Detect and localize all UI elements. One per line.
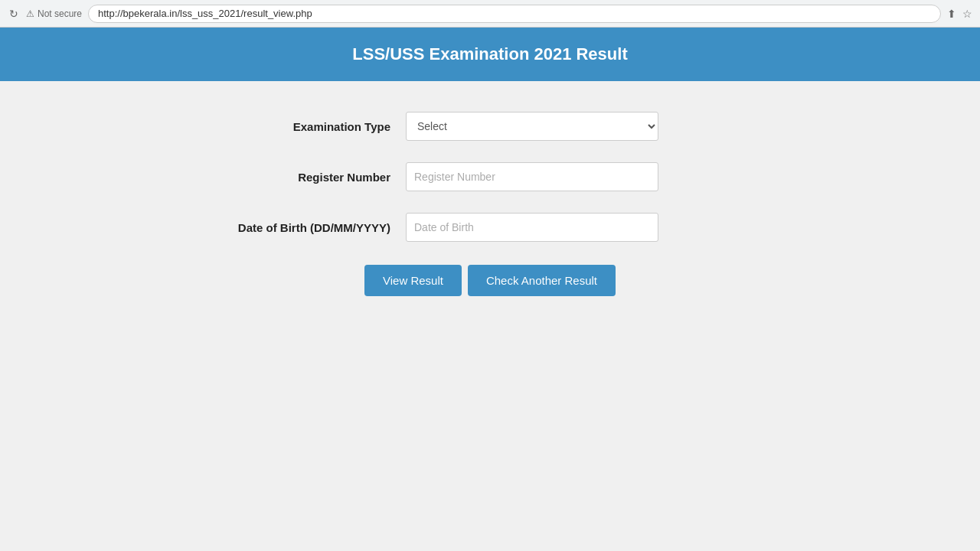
main-area: Examination Type Select LSS USS Register…: [0, 81, 980, 551]
view-result-button[interactable]: View Result: [364, 265, 462, 296]
dob-label: Date of Birth (DD/MM/YYYY): [191, 221, 406, 234]
not-secure-label: Not secure: [38, 8, 82, 19]
dob-input[interactable]: [406, 213, 658, 242]
bookmark-icon[interactable]: ☆: [962, 8, 972, 20]
browser-actions: ⬆ ☆: [947, 8, 972, 20]
reload-icon[interactable]: ↻: [8, 8, 20, 20]
url-bar[interactable]: http://bpekerala.in/lss_uss_2021/result_…: [88, 5, 941, 23]
register-number-row: Register Number: [191, 162, 789, 191]
form-container: Examination Type Select LSS USS Register…: [191, 112, 789, 296]
browser-bar: ↻ ⚠ Not secure http://bpekerala.in/lss_u…: [0, 0, 980, 28]
page-content: LSS/USS Examination 2021 Result Examinat…: [0, 28, 980, 551]
examination-type-select[interactable]: Select LSS USS: [406, 112, 658, 141]
share-icon[interactable]: ⬆: [947, 8, 956, 20]
register-number-label: Register Number: [191, 171, 406, 184]
register-number-input[interactable]: [406, 162, 658, 191]
dob-row: Date of Birth (DD/MM/YYYY): [191, 213, 789, 242]
url-text: http://bpekerala.in/lss_uss_2021/result_…: [98, 8, 312, 19]
examination-type-label: Examination Type: [191, 120, 406, 133]
button-row: View Result Check Another Result: [191, 265, 789, 296]
page-title: LSS/USS Examination 2021 Result: [15, 44, 965, 64]
check-another-result-button[interactable]: Check Another Result: [468, 265, 616, 296]
header-banner: LSS/USS Examination 2021 Result: [0, 28, 980, 81]
warning-icon: ⚠: [26, 8, 34, 19]
examination-type-row: Examination Type Select LSS USS: [191, 112, 789, 141]
not-secure-indicator: ⚠ Not secure: [26, 8, 82, 19]
